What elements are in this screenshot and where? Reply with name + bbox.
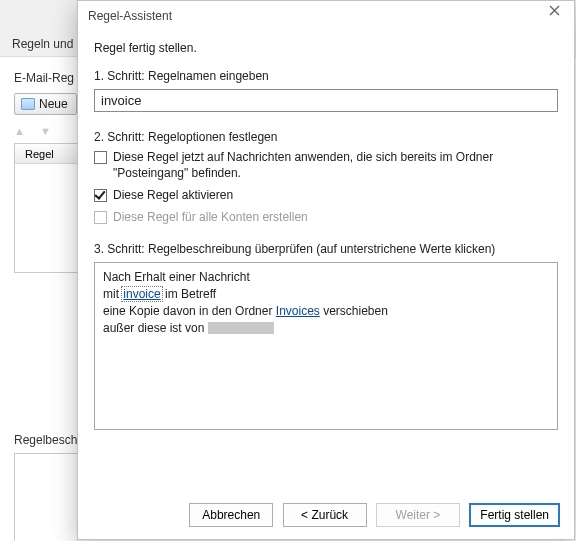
parent-new-rule-button[interactable]: Neue (14, 93, 77, 115)
rules-wizard-dialog: Regel-Assistent Regel fertig stellen. 1.… (77, 0, 575, 540)
activate-rule-checkbox[interactable] (94, 189, 107, 202)
apply-now-label-line2: "Posteingang" befinden. (94, 166, 558, 180)
folder-value-link[interactable]: Invoices (276, 304, 320, 318)
step1-label: 1. Schritt: Regelnamen eingeben (94, 69, 558, 83)
desc-line-2: mit invoice im Betreff (103, 286, 549, 303)
all-accounts-label: Diese Regel für alle Konten erstellen (113, 210, 308, 224)
apply-now-checkbox[interactable] (94, 151, 107, 164)
mail-rule-icon (21, 98, 35, 110)
all-accounts-checkbox (94, 211, 107, 224)
step2-label: 2. Schritt: Regeloptionen festlegen (94, 130, 558, 144)
cancel-button[interactable]: Abbrechen (189, 503, 273, 527)
back-button[interactable]: < Zurück (283, 503, 367, 527)
subject-value-link[interactable]: invoice (122, 287, 161, 301)
rule-description-box: Nach Erhalt einer Nachricht mit invoice … (94, 262, 558, 430)
rule-name-input[interactable] (94, 89, 558, 112)
desc-line-1: Nach Erhalt einer Nachricht (103, 269, 549, 286)
parent-tab-label: Regeln und (12, 37, 73, 51)
dialog-button-bar: Abbrechen < Zurück Weiter > Fertig stell… (78, 503, 574, 527)
next-button: Weiter > (376, 503, 460, 527)
sender-value-redacted[interactable] (208, 322, 274, 334)
step3-label: 3. Schritt: Regelbeschreibung überprüfen… (94, 242, 558, 256)
finish-button[interactable]: Fertig stellen (469, 503, 560, 527)
dialog-close-button[interactable] (540, 5, 568, 27)
desc-line-3: eine Kopie davon in den Ordner Invoices … (103, 303, 549, 320)
apply-now-label: Diese Regel jetzt auf Nachrichten anwend… (113, 150, 493, 164)
activate-rule-label: Diese Regel aktivieren (113, 188, 233, 202)
dialog-lead-text: Regel fertig stellen. (94, 41, 558, 55)
dialog-title: Regel-Assistent (78, 1, 574, 31)
desc-line-4: außer diese ist von (103, 320, 549, 337)
